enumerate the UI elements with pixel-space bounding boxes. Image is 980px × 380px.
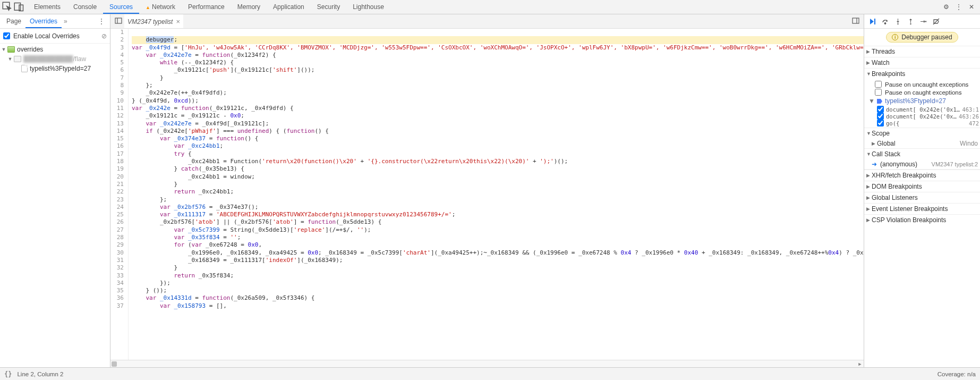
sidebar-tabs-more-icon[interactable]: » xyxy=(62,18,70,25)
tab-elements[interactable]: Elements xyxy=(28,0,67,14)
folder-icon xyxy=(14,56,21,62)
folder-icon xyxy=(7,46,15,53)
breakpoint-icon xyxy=(877,98,883,104)
callstack-frame[interactable]: ➜ (anonymous) VM2347 typelist:2 xyxy=(864,159,980,170)
tree-root[interactable]: ▼ overrides xyxy=(0,45,110,54)
tab-sources[interactable]: Sources xyxy=(103,0,139,14)
device-toolbar-icon[interactable] xyxy=(14,2,24,12)
pause-caught-row[interactable]: Pause on caught exceptions xyxy=(867,88,980,96)
svg-rect-1 xyxy=(14,3,20,11)
scope-section[interactable]: ▼Scope xyxy=(864,128,980,139)
callstack-section[interactable]: ▼Call Stack xyxy=(864,149,980,159)
tab-console[interactable]: Console xyxy=(67,0,103,14)
event-listener-breakpoints-section[interactable]: ▶Event Listener Breakpoints xyxy=(864,204,980,214)
status-bar: {} Line 2, Column 2 Coverage: n/a xyxy=(0,367,980,380)
debugger-paused-label: Debugger paused xyxy=(901,33,952,41)
clear-overrides-icon[interactable]: ⊘ xyxy=(101,32,107,40)
horizontal-scrollbar[interactable]: ◄ ► xyxy=(110,360,864,367)
step-into-button[interactable] xyxy=(892,15,904,27)
step-out-button[interactable] xyxy=(905,15,916,27)
bp-item[interactable]: document[_0x242e('0x15', 'r`7…463:26 xyxy=(868,113,980,120)
tree-file-label: typelist%3FtypeId=27 xyxy=(30,65,91,72)
bp-checkbox[interactable] xyxy=(877,113,884,120)
tree-root-label: overrides xyxy=(17,46,43,53)
bp-checkbox[interactable] xyxy=(877,120,884,126)
svg-point-10 xyxy=(910,23,911,24)
step-button[interactable] xyxy=(917,15,929,27)
devtools-tabs: Elements Console Sources Network Perform… xyxy=(0,0,980,14)
inspect-icon[interactable] xyxy=(2,2,13,12)
svg-point-9 xyxy=(897,23,898,24)
info-icon: i xyxy=(892,34,898,40)
scroll-thumb[interactable] xyxy=(112,361,117,367)
tab-security[interactable]: Security xyxy=(311,0,346,14)
editor-area: VM2347 typelist × 1234567891011121314151… xyxy=(110,14,864,367)
deactivate-breakpoints-button[interactable] xyxy=(930,15,942,27)
sidebar-tab-page[interactable]: Page xyxy=(2,14,25,28)
enable-local-overrides-label: Enable Local Overrides xyxy=(13,32,80,40)
tab-lighthouse[interactable]: Lighthouse xyxy=(346,0,390,14)
pause-uncaught-checkbox[interactable] xyxy=(875,81,882,88)
scope-global-row[interactable]: ▶GlobalWindo xyxy=(864,139,980,148)
dom-breakpoints-section[interactable]: ▶DOM Breakpoints xyxy=(864,181,980,192)
tree-sub[interactable]: ▼ ███████████/flaw xyxy=(0,54,110,64)
global-listeners-section[interactable]: ▶Global Listeners xyxy=(864,192,980,203)
threads-section[interactable]: ▶Threads xyxy=(864,46,980,57)
editor-tab[interactable]: VM2347 typelist × xyxy=(124,14,183,28)
scroll-right-icon[interactable]: ► xyxy=(856,360,864,368)
coverage-status: Coverage: n/a xyxy=(938,371,976,377)
svg-rect-5 xyxy=(853,18,859,23)
debugger-panel: i Debugger paused ▶Threads ▶Watch ▼Break… xyxy=(864,14,980,367)
pretty-print-icon[interactable]: {} xyxy=(4,370,12,378)
toggle-navigator-icon[interactable] xyxy=(113,17,124,26)
code-content[interactable]: debugger;var _0x4f9d = ['HnJu', 'w4Jow5A… xyxy=(129,29,864,360)
tree-sub-label: /flaw xyxy=(73,55,87,63)
cursor-position: Line 2, Column 2 xyxy=(17,371,63,377)
line-gutter: 1234567891011121314151617181920212223242… xyxy=(110,29,129,360)
toggle-debugger-icon[interactable] xyxy=(850,17,862,26)
sidebar-more-icon[interactable]: ⋮ xyxy=(95,18,108,25)
breakpoints-section[interactable]: ▼Breakpoints xyxy=(864,69,980,79)
step-over-button[interactable] xyxy=(879,15,891,27)
file-icon xyxy=(21,65,28,72)
csp-breakpoints-section[interactable]: ▶CSP Violation Breakpoints xyxy=(864,215,980,225)
debugger-paused-banner: i Debugger paused xyxy=(886,32,958,43)
close-icon[interactable]: ✕ xyxy=(965,3,978,11)
pause-caught-checkbox[interactable] xyxy=(875,89,882,96)
code-editor[interactable]: 1234567891011121314151617181920212223242… xyxy=(110,29,864,360)
overrides-tree: ▼ overrides ▼ ███████████/flaw typelist%… xyxy=(0,44,110,74)
svg-rect-3 xyxy=(115,18,122,23)
bp-item[interactable]: go({472 xyxy=(868,120,980,126)
watch-section[interactable]: ▶Watch xyxy=(864,57,980,68)
current-frame-icon: ➜ xyxy=(872,161,878,168)
resume-button[interactable] xyxy=(866,15,878,27)
svg-point-8 xyxy=(884,22,885,23)
bp-file-group[interactable]: ▼typelist%3FtypeId=27 xyxy=(868,96,980,106)
sidebar-tab-overrides[interactable]: Overrides xyxy=(25,14,62,28)
settings-icon[interactable]: ⚙ xyxy=(940,3,952,11)
bp-checkbox[interactable] xyxy=(877,106,884,113)
pause-uncaught-row[interactable]: Pause on uncaught exceptions xyxy=(867,80,980,88)
enable-local-overrides-checkbox[interactable]: Enable Local Overrides xyxy=(3,32,80,40)
tree-file[interactable]: typelist%3FtypeId=27 xyxy=(0,64,110,73)
more-icon[interactable]: ⋮ xyxy=(952,3,965,11)
editor-tab-close-icon[interactable]: × xyxy=(176,15,180,29)
tab-network[interactable]: Network xyxy=(139,0,182,14)
svg-point-11 xyxy=(925,21,926,22)
tab-memory[interactable]: Memory xyxy=(231,0,267,14)
tab-performance[interactable]: Performance xyxy=(182,0,231,14)
svg-rect-7 xyxy=(874,19,875,24)
bp-item[interactable]: document[_0x242e('0x15', 'r`7h…463:1 xyxy=(868,106,980,113)
xhr-breakpoints-section[interactable]: ▶XHR/fetch Breakpoints xyxy=(864,170,980,181)
tab-application[interactable]: Application xyxy=(267,0,311,14)
enable-local-overrides-input[interactable] xyxy=(3,32,10,39)
sources-sidebar: Page Overrides » ⋮ Enable Local Override… xyxy=(0,14,110,367)
editor-tab-label: VM2347 typelist xyxy=(127,15,173,29)
